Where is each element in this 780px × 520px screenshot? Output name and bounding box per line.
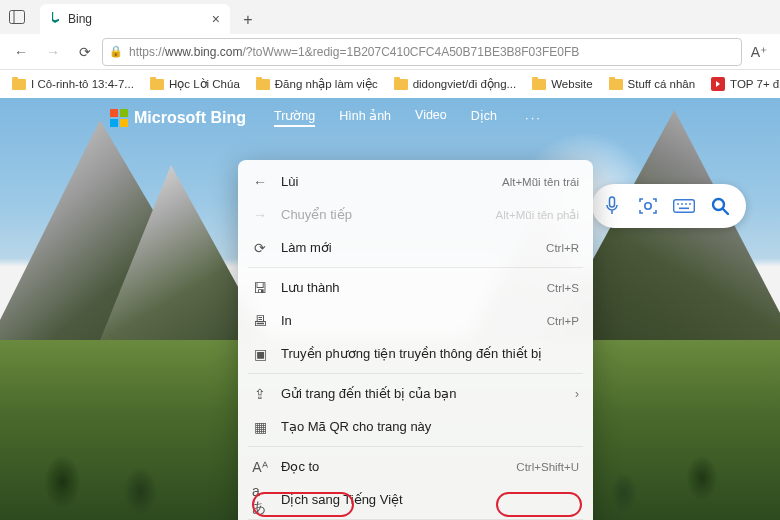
svg-point-7 — [685, 203, 687, 205]
svg-rect-0 — [10, 11, 25, 24]
context-menu-label: Đọc to — [281, 459, 503, 474]
context-menu-label: Tạo Mã QR cho trang này — [281, 419, 579, 434]
bookmark-item[interactable]: didongviet/đi động... — [388, 75, 523, 93]
lens-icon[interactable] — [636, 194, 660, 218]
folder-icon — [394, 79, 408, 90]
svg-rect-2 — [610, 197, 615, 207]
search-icon[interactable] — [708, 194, 732, 218]
tab-overview-button[interactable] — [0, 0, 34, 34]
context-menu-item[interactable]: aあDịch sang Tiếng Việt — [238, 483, 593, 516]
context-menu-icon: 🖶 — [252, 313, 268, 329]
bookmark-label: Stuff cá nhân — [628, 78, 696, 90]
context-menu-item[interactable]: 🖫Lưu thànhCtrl+S — [238, 271, 593, 304]
context-menu-icon: ← — [252, 174, 268, 190]
toolbar: ← → ⟳ 🔒 https://www.bing.com/?toWww=1&re… — [0, 34, 780, 70]
keyboard-icon[interactable] — [672, 194, 696, 218]
folder-icon — [609, 79, 623, 90]
context-menu-icon: aあ — [252, 492, 268, 508]
bookmark-item[interactable]: Website — [526, 76, 598, 92]
context-menu-item[interactable]: ▦Tạo Mã QR cho trang này — [238, 410, 593, 443]
bing-nav-item[interactable]: Hình ảnh — [339, 108, 391, 127]
folder-icon — [256, 79, 270, 90]
browser-tab[interactable]: Bing × — [40, 4, 230, 34]
tab-close-icon[interactable]: × — [212, 11, 220, 27]
bookmark-item[interactable]: TOP 7+ điện thoại... — [705, 75, 780, 93]
bookmark-label: Học Lời Chúa — [169, 77, 240, 91]
context-menu-separator — [248, 267, 583, 268]
forward-button: → — [38, 37, 68, 67]
context-menu-label: Gửi trang đến thiết bị của bạn — [281, 386, 562, 401]
svg-rect-9 — [679, 208, 689, 210]
bookmark-label: didongviet/đi động... — [413, 77, 517, 91]
bing-nav-item[interactable]: Dịch — [471, 108, 497, 127]
context-menu: ←LùiAlt+Mũi tên trái→Chuyển tiếpAlt+Mũi … — [238, 160, 593, 520]
context-menu-item[interactable]: ▣Truyền phương tiện truyền thông đến thi… — [238, 337, 593, 370]
svg-line-11 — [723, 209, 728, 214]
bookmark-label: Đăng nhập làm việc — [275, 77, 378, 91]
context-menu-item[interactable]: ⇪Gửi trang đến thiết bị của bạn› — [238, 377, 593, 410]
bing-logo[interactable]: Microsoft Bing — [110, 109, 246, 127]
bing-header: Microsoft Bing TrườngHình ảnhVideoDịch ·… — [110, 108, 542, 127]
svg-point-6 — [681, 203, 683, 205]
read-aloud-icon[interactable]: A⁺ — [744, 37, 774, 67]
context-menu-label: Lùi — [281, 174, 489, 189]
address-bar[interactable]: 🔒 https://www.bing.com/?toWww=1&redig=1B… — [102, 38, 742, 66]
reload-button[interactable]: ⟳ — [70, 37, 100, 67]
bookmark-label: TOP 7+ điện thoại... — [730, 77, 780, 91]
folder-icon — [532, 79, 546, 90]
context-menu-label: Dịch sang Tiếng Việt — [281, 492, 579, 507]
context-menu-shortcut: Ctrl+R — [546, 242, 579, 254]
bookmark-label: I Cô-rinh-tô 13:4-7... — [31, 78, 134, 90]
svg-point-8 — [689, 203, 691, 205]
title-bar: Bing × + — [0, 0, 780, 34]
context-menu-item: →Chuyển tiếpAlt+Mũi tên phải — [238, 198, 593, 231]
url-host: www.bing.com — [165, 45, 242, 59]
context-menu-label: In — [281, 313, 534, 328]
context-menu-icon: 🖫 — [252, 280, 268, 296]
context-menu-shortcut: Ctrl+Shift+U — [516, 461, 579, 473]
lock-icon: 🔒 — [109, 45, 123, 58]
bookmark-item[interactable]: Stuff cá nhân — [603, 76, 702, 92]
bing-nav: TrườngHình ảnhVideoDịch — [274, 108, 497, 127]
context-menu-shortcut: Alt+Mũi tên phải — [496, 208, 579, 222]
context-menu-icon: ⇪ — [252, 386, 268, 402]
bing-more-icon[interactable]: ··· — [525, 110, 542, 125]
bookmark-item[interactable]: Học Lời Chúa — [144, 75, 246, 93]
context-menu-shortcut: Ctrl+S — [547, 282, 579, 294]
svg-point-3 — [645, 203, 651, 209]
context-menu-label: Chuyển tiếp — [281, 207, 483, 222]
context-menu-shortcut: Ctrl+P — [547, 315, 579, 327]
context-menu-item[interactable]: ⟳Làm mớiCtrl+R — [238, 231, 593, 264]
context-menu-item[interactable]: ←LùiAlt+Mũi tên trái — [238, 165, 593, 198]
svg-point-5 — [677, 203, 679, 205]
search-box-right[interactable] — [592, 184, 746, 228]
new-tab-button[interactable]: + — [234, 6, 262, 34]
page-viewport: Microsoft Bing TrườngHình ảnhVideoDịch ·… — [0, 98, 780, 520]
mic-icon[interactable] — [600, 194, 624, 218]
context-menu-item[interactable]: 🖶InCtrl+P — [238, 304, 593, 337]
site-icon — [711, 77, 725, 91]
context-menu-icon: ⟳ — [252, 240, 268, 256]
context-menu-icon: ▣ — [252, 346, 268, 362]
context-menu-icon: ▦ — [252, 419, 268, 435]
back-button[interactable]: ← — [6, 37, 36, 67]
context-menu-icon: → — [252, 207, 268, 223]
url-proto: https:// — [129, 45, 165, 59]
bing-favicon-icon — [48, 12, 62, 26]
context-menu-label: Lưu thành — [281, 280, 534, 295]
bing-nav-item[interactable]: Video — [415, 108, 447, 127]
bookmarks-bar: I Cô-rinh-tô 13:4-7...Học Lời ChúaĐăng n… — [0, 70, 780, 98]
bookmark-item[interactable]: Đăng nhập làm việc — [250, 75, 384, 93]
context-menu-icon: Aᴬ — [252, 459, 268, 475]
context-menu-separator — [248, 446, 583, 447]
bing-nav-item[interactable]: Trường — [274, 108, 315, 127]
url-path: /?toWww=1&redig=1B207C410CFC4A50B71BE3B8… — [242, 45, 579, 59]
bookmark-item[interactable]: I Cô-rinh-tô 13:4-7... — [6, 76, 140, 92]
microsoft-logo-icon — [110, 109, 128, 127]
context-menu-label: Làm mới — [281, 240, 533, 255]
bookmark-label: Website — [551, 78, 592, 90]
svg-rect-4 — [674, 200, 695, 213]
folder-icon — [12, 79, 26, 90]
tab-title: Bing — [68, 12, 92, 26]
context-menu-item[interactable]: AᴬĐọc toCtrl+Shift+U — [238, 450, 593, 483]
